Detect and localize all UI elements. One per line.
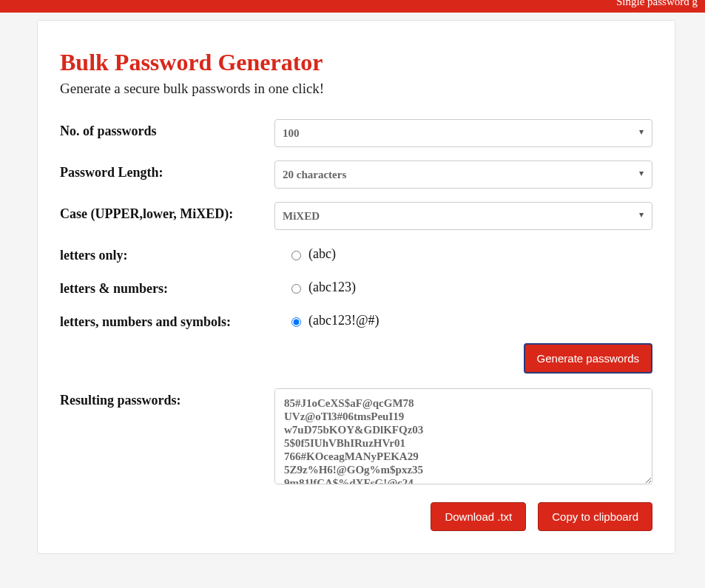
letters-numbers-label: letters & numbers: bbox=[60, 277, 274, 297]
letters-numbers-radio[interactable] bbox=[291, 284, 301, 294]
generator-card: Bulk Password Generator Generate a secur… bbox=[37, 20, 675, 554]
download-button[interactable]: Download .txt bbox=[431, 502, 526, 531]
top-nav-bar: Single password g bbox=[0, 0, 705, 13]
result-textarea[interactable] bbox=[274, 388, 652, 484]
page-subtitle: Generate a secure bulk passwords in one … bbox=[60, 81, 652, 97]
length-label: Password Length: bbox=[60, 160, 274, 180]
case-label: Case (UPPER,lower, MiXED): bbox=[60, 202, 274, 222]
page-title: Bulk Password Generator bbox=[60, 49, 652, 76]
letters-only-radio[interactable] bbox=[291, 251, 301, 260]
case-select[interactable]: MiXED bbox=[274, 202, 652, 230]
single-password-link[interactable]: Single password g bbox=[616, 0, 698, 7]
generate-button[interactable]: Generate passwords bbox=[524, 343, 652, 374]
letters-numbers-symbols-radio[interactable] bbox=[291, 317, 301, 327]
letters-numbers-symbols-radio-label: (abc123!@#) bbox=[308, 313, 380, 328]
count-label: No. of passwords bbox=[60, 119, 274, 139]
result-label: Resulting passwords: bbox=[60, 388, 274, 408]
letters-numbers-symbols-label: letters, numbers and symbols: bbox=[60, 310, 274, 330]
letters-only-label: letters only: bbox=[60, 243, 274, 263]
length-select[interactable]: 20 characters bbox=[274, 160, 652, 189]
letters-numbers-radio-label: (abc123) bbox=[308, 280, 356, 295]
copy-button[interactable]: Copy to clipboard bbox=[538, 502, 652, 531]
count-select[interactable]: 100 bbox=[274, 119, 652, 147]
letters-only-radio-label: (abc) bbox=[308, 246, 336, 262]
